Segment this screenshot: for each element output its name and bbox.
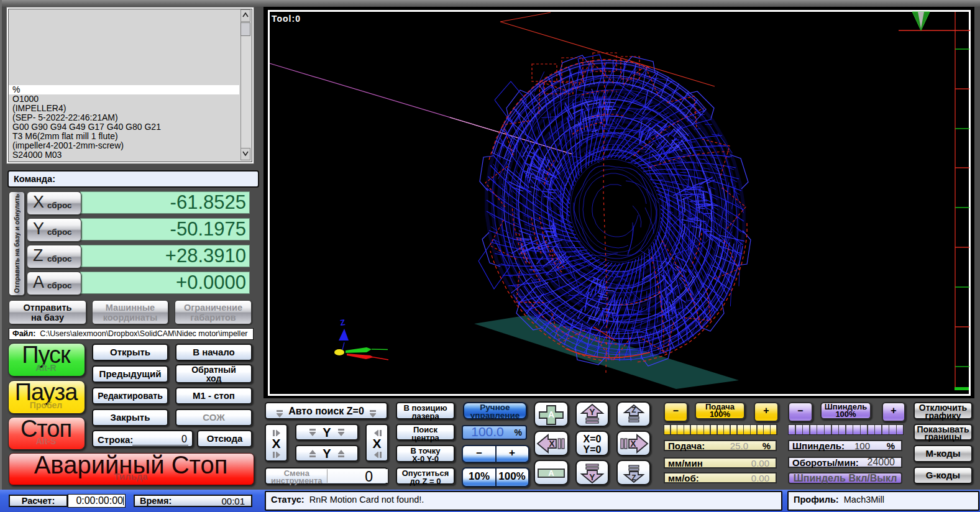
- svg-text:A: A: [548, 409, 554, 419]
- svg-text:Z: Z: [339, 318, 346, 327]
- svg-text:Y: Y: [589, 407, 595, 417]
- svg-text:Y: Y: [589, 472, 595, 482]
- svg-text:X: X: [549, 439, 555, 449]
- svg-text:X: X: [630, 439, 636, 449]
- svg-text:Z: Z: [631, 473, 636, 482]
- svg-text:A: A: [548, 469, 554, 478]
- svg-text:Z: Z: [631, 406, 636, 414]
